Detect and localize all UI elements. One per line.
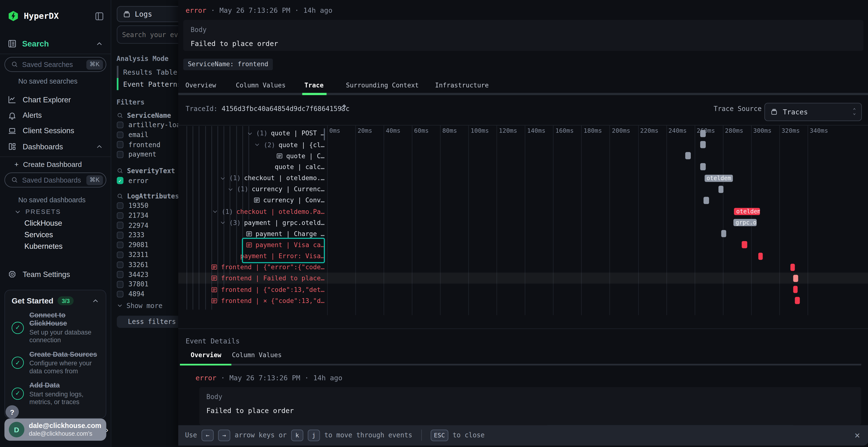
sidebar-collapse-icon[interactable] xyxy=(94,11,104,21)
span-duration-bar[interactable] xyxy=(758,252,763,260)
facet-value-email[interactable]: email xyxy=(117,130,148,139)
saved-dashboards-input[interactable]: Saved Dashboards ⌘K xyxy=(4,172,106,187)
span-duration-bar[interactable]: oteldem xyxy=(704,174,733,182)
preset-clickhouse[interactable]: ClickHouse xyxy=(24,219,62,227)
service-name-tag[interactable]: ServiceName: frontend xyxy=(184,58,273,70)
facet-value-19350[interactable]: 19350 xyxy=(117,201,148,210)
facet-value-21734[interactable]: 21734 xyxy=(117,211,148,220)
facet-value-payment[interactable]: payment xyxy=(117,150,156,159)
checkbox[interactable] xyxy=(117,141,123,148)
span-duration-bar[interactable] xyxy=(704,197,709,204)
checkbox[interactable] xyxy=(117,242,123,248)
span-duration-bar[interactable] xyxy=(794,286,798,293)
trace-tree-row[interactable]: (1)checkout | oteldemo.Pa… xyxy=(185,206,324,217)
checkbox[interactable] xyxy=(117,261,123,268)
close-icon[interactable]: ✕ xyxy=(855,430,860,441)
facet-value-frontend[interactable]: frontend xyxy=(117,140,160,149)
trace-tree-row[interactable]: quote | calc… xyxy=(185,161,324,172)
sidebar-item-search[interactable]: Search xyxy=(8,38,103,50)
get-started-item[interactable]: ✓Create Data SourcesConfigure where your… xyxy=(11,350,99,375)
sidebar-item-chart-explorer[interactable]: Chart Explorer xyxy=(0,92,111,107)
get-started-item[interactable]: ✓Add DataStart sending logs, metrics, or… xyxy=(11,381,99,406)
facet-value-2333[interactable]: 2333 xyxy=(117,231,145,240)
checkbox[interactable] xyxy=(117,222,123,229)
chevron-down-icon[interactable] xyxy=(220,175,226,181)
span-duration-bar[interactable]: oteldem xyxy=(734,208,760,215)
show-more-button[interactable]: Show more xyxy=(117,301,162,309)
trace-tree-row[interactable]: currency | Conv… xyxy=(185,195,324,206)
span-duration-bar[interactable] xyxy=(700,141,706,148)
trace-tree-row[interactable]: quote | C… xyxy=(185,150,324,161)
preset-services[interactable]: Services xyxy=(24,231,53,239)
help-button[interactable]: ? xyxy=(5,405,19,419)
presets-toggle[interactable]: PRESETS xyxy=(14,208,61,215)
source-select-button[interactable]: Logs xyxy=(117,6,187,22)
checkbox[interactable] xyxy=(117,251,123,259)
tab-overview[interactable]: Overview xyxy=(185,81,216,89)
analysis-mode-event-patterns[interactable]: Event Patterns xyxy=(117,78,187,90)
trace-tree-row[interactable]: frontend | {"error":{"code… xyxy=(185,262,324,273)
trace-tree-row[interactable]: (1)checkout | oteldemo.… xyxy=(185,172,324,183)
sidebar-item-alerts[interactable]: Alerts xyxy=(0,108,111,123)
user-menu[interactable]: D dale@clickhouse.com dale@clickhouse.co… xyxy=(4,419,106,441)
chevron-up-icon[interactable] xyxy=(95,40,103,47)
facet-value-4894[interactable]: 4894 xyxy=(117,290,145,299)
trace-tree-row[interactable]: frontend | Failed to place… xyxy=(185,273,324,284)
search-input[interactable] xyxy=(117,26,187,44)
chevron-up-icon[interactable] xyxy=(92,297,99,304)
facet-value-29081[interactable]: 29081 xyxy=(117,241,148,249)
tab-trace[interactable]: Trace xyxy=(305,81,323,89)
checkbox-checked[interactable]: ✓ xyxy=(117,177,123,184)
span-duration-bar[interactable] xyxy=(790,264,795,271)
span-duration-bar[interactable] xyxy=(721,230,726,238)
saved-searches-input[interactable]: Saved Searches ⌘K xyxy=(4,57,106,72)
span-duration-bar[interactable] xyxy=(794,275,798,282)
trace-tree-row[interactable]: (1)currency | Currenc… xyxy=(185,183,324,195)
trace-tree-row[interactable]: payment | Charge … xyxy=(185,228,324,239)
facet-value-34423[interactable]: 34423 xyxy=(117,270,148,279)
less-filters-button[interactable]: Less filters xyxy=(117,316,187,328)
span-duration-bar[interactable] xyxy=(795,297,800,304)
create-dashboard-button[interactable]: + Create Dashboard xyxy=(14,160,82,169)
span-duration-bar[interactable] xyxy=(742,241,747,248)
sidebar-item-client-sessions[interactable]: Client Sessions xyxy=(0,123,111,138)
checkbox[interactable] xyxy=(117,122,123,128)
trace-source-select[interactable]: Traces ⌃⌄ xyxy=(765,103,862,121)
trace-tree-row[interactable]: (3)payment | grpc.oteld… xyxy=(185,217,324,228)
span-duration-bar[interactable]: grpc.o xyxy=(733,219,756,226)
facet-value-error[interactable]: ✓error xyxy=(117,176,148,185)
trace-tree-row[interactable]: (2)quote | {cl… xyxy=(185,139,324,150)
tree-scrollbar-thumb[interactable] xyxy=(324,128,325,141)
span-duration-bar[interactable] xyxy=(700,163,706,171)
chevron-up-icon[interactable] xyxy=(95,143,103,150)
facet-value-32311[interactable]: 32311 xyxy=(117,250,148,260)
sidebar-item-team-settings[interactable]: Team Settings xyxy=(0,267,111,282)
tab-overview[interactable]: Overview xyxy=(191,351,221,359)
tab-column-values[interactable]: Column Values xyxy=(236,81,286,89)
checkbox[interactable] xyxy=(117,131,123,138)
chevron-down-icon[interactable] xyxy=(247,131,253,137)
checkbox[interactable] xyxy=(117,232,123,239)
trace-tree-row[interactable]: frontend | × {"code":13,"d… xyxy=(185,295,324,306)
span-duration-bar[interactable] xyxy=(718,186,723,193)
analysis-mode-results-table[interactable]: Results Table xyxy=(117,66,187,78)
checkbox[interactable] xyxy=(117,271,123,278)
checkbox[interactable] xyxy=(117,202,123,209)
checkbox[interactable] xyxy=(117,212,123,219)
checkbox[interactable] xyxy=(117,291,123,298)
sidebar-item-dashboards[interactable]: Dashboards xyxy=(0,139,111,154)
get-started-item[interactable]: ✓Connect to ClickHouseSet up your databa… xyxy=(11,311,99,344)
chevron-down-icon[interactable] xyxy=(254,142,260,148)
preset-kubernetes[interactable]: Kubernetes xyxy=(24,242,63,250)
facet-value-22974[interactable]: 22974 xyxy=(117,221,148,230)
facet-value-33261[interactable]: 33261 xyxy=(117,260,148,269)
trace-tree-row[interactable]: (1)quote | POST … xyxy=(185,128,324,139)
span-duration-bar[interactable] xyxy=(685,152,691,160)
tab-column-values[interactable]: Column Values xyxy=(232,351,282,359)
tab-infrastructure[interactable]: Infrastructure xyxy=(435,81,489,89)
facet-value-37801[interactable]: 37801 xyxy=(117,280,148,289)
chevron-down-icon[interactable] xyxy=(220,220,226,226)
checkbox[interactable] xyxy=(117,281,123,288)
edit-trace-id-icon[interactable] xyxy=(340,103,347,110)
tab-surrounding-context[interactable]: Surrounding Context xyxy=(346,81,419,89)
